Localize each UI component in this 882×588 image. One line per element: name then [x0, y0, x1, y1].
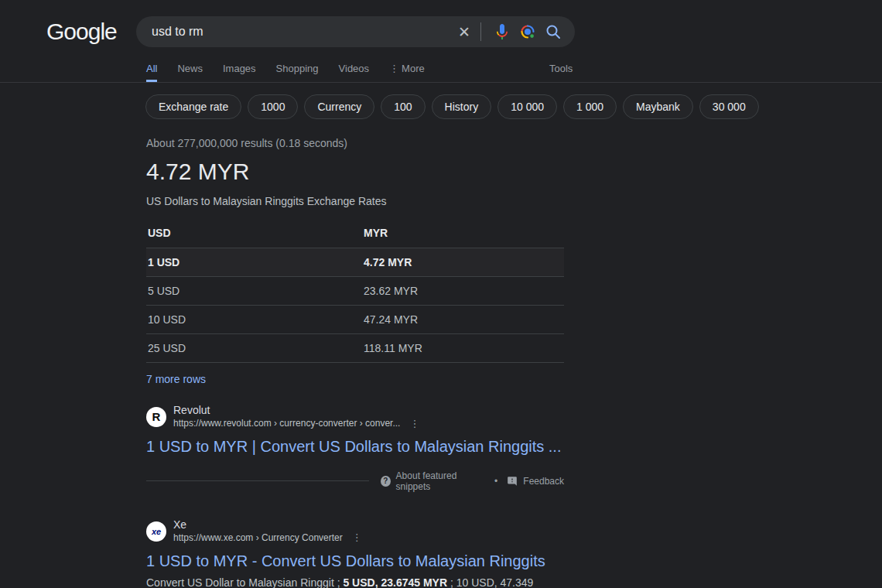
search-input[interactable]	[152, 25, 453, 39]
search-icon[interactable]	[537, 22, 562, 41]
tab-videos[interactable]: Videos	[339, 63, 370, 82]
result-snippet: Convert US Dollar to Malaysian Ringgit ;…	[146, 576, 538, 588]
column-header-myr: MYR	[362, 222, 564, 248]
exchange-rate-subtitle: US Dollars to Malaysian Ringgits Exchang…	[146, 195, 564, 207]
table-row: 5 USD 23.62 MYR	[146, 277, 564, 306]
suggestion-chips: Exchange rate 1000 Currency 100 History …	[145, 94, 882, 119]
searchbar-divider	[480, 22, 481, 41]
chip-exchange-rate[interactable]: Exchange rate	[145, 94, 241, 119]
google-lens-icon[interactable]	[511, 22, 537, 41]
table-header-row: USD MYR	[146, 222, 564, 248]
result-source-link[interactable]: R Revolut https://www.revolut.com › curr…	[146, 404, 564, 430]
results-column: About 277,000,000 results (0.18 seconds)…	[146, 137, 564, 588]
footer-divider	[146, 480, 369, 481]
site-name: Xe	[173, 518, 362, 532]
chip-30000[interactable]: 30 000	[699, 94, 759, 119]
help-icon[interactable]: ?	[381, 476, 391, 487]
feedback-link[interactable]: Feedback	[523, 476, 564, 487]
column-header-usd: USD	[146, 222, 362, 248]
google-logo[interactable]: Google	[46, 19, 117, 45]
tab-more[interactable]: ⋮ More	[389, 63, 425, 82]
exchange-rate-table: USD MYR 1 USD 4.72 MYR 5 USD 23.62 MYR 1…	[146, 222, 564, 363]
site-url: https://www.revolut.com › currency-conve…	[173, 418, 400, 429]
chip-1000[interactable]: 1000	[248, 94, 298, 119]
chip-history[interactable]: History	[432, 94, 492, 119]
featured-snippet-footer: ? About featured snippets • Feedback	[146, 470, 564, 492]
dot-separator: •	[494, 476, 497, 487]
chip-100[interactable]: 100	[381, 94, 425, 119]
tab-shopping[interactable]: Shopping	[276, 63, 319, 82]
more-vertical-icon: ⋮	[389, 63, 399, 74]
feedback-icon[interactable]	[507, 476, 518, 487]
table-row: 25 USD 118.11 MYR	[146, 334, 564, 363]
tab-all[interactable]: All	[146, 63, 157, 82]
search-header: Google ✕	[0, 0, 882, 83]
table-row: 10 USD 47.24 MYR	[146, 306, 564, 334]
chip-1-000[interactable]: 1 000	[563, 94, 617, 119]
result-stats: About 277,000,000 results (0.18 seconds)	[146, 137, 564, 149]
exchange-rate-answer: 4.72 MYR	[146, 159, 564, 185]
tab-news[interactable]: News	[177, 63, 203, 82]
microphone-icon[interactable]	[486, 22, 511, 41]
search-bar[interactable]: ✕	[136, 16, 575, 47]
result-source-link[interactable]: xe Xe https://www.xe.com › Currency Conv…	[146, 518, 564, 545]
table-row: 1 USD 4.72 MYR	[146, 248, 564, 277]
search-result-xe: xe Xe https://www.xe.com › Currency Conv…	[146, 518, 564, 588]
more-rows-link[interactable]: 7 more rows	[146, 373, 206, 385]
xe-favicon-icon: xe	[146, 521, 166, 542]
site-name: Revolut	[173, 404, 419, 418]
revolut-favicon-icon: R	[146, 407, 166, 427]
result-title-link[interactable]: 1 USD to MYR - Convert US Dollars to Mal…	[146, 552, 564, 570]
clear-icon[interactable]: ✕	[453, 23, 480, 41]
result-menu-icon[interactable]: ⋮	[409, 418, 419, 430]
site-url: https://www.xe.com › Currency Converter	[173, 532, 343, 544]
search-result-revolut: R Revolut https://www.revolut.com › curr…	[146, 404, 564, 456]
result-title-link[interactable]: 1 USD to MYR | Convert US Dollars to Mal…	[146, 438, 564, 456]
about-featured-snippets-link[interactable]: About featured snippets	[396, 470, 485, 492]
chip-10000[interactable]: 10 000	[497, 94, 557, 119]
tab-images[interactable]: Images	[223, 63, 256, 82]
result-type-tabs: All News Images Shopping Videos ⋮ More	[146, 63, 425, 82]
chip-maybank[interactable]: Maybank	[623, 94, 693, 119]
chip-currency[interactable]: Currency	[304, 94, 374, 119]
tools-button[interactable]: Tools	[549, 63, 573, 74]
result-menu-icon[interactable]: ⋮	[352, 532, 362, 544]
